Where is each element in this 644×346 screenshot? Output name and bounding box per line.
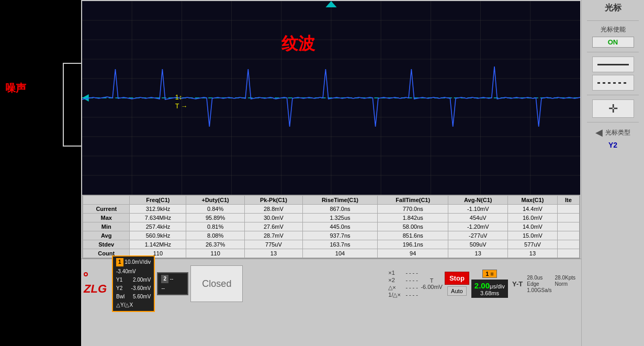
measurements-tbody: Current312.9kHz0.84%28.8mV867.0ns770.0ns… — [83, 205, 580, 258]
table-cell-8 — [557, 231, 579, 240]
ch1-indicator: 1 ≡ — [482, 270, 497, 278]
t-offset-box: T -6.00mV — [421, 277, 443, 290]
sidebar-divider-2 — [587, 52, 638, 52]
table-cell-1: 312.9kHz — [130, 205, 186, 214]
time-div-big: 2.00 — [474, 281, 490, 290]
measurements-table: Freq(C1) +Duty(C1) Pk-Pk(C1) RiseTime(C1… — [83, 195, 580, 258]
table-cell-3: 13 — [244, 249, 302, 258]
stop-button[interactable]: Stop — [445, 272, 469, 285]
table-row: Min257.4kHz0.81%27.6mV445.0ns58.00ns-1.2… — [83, 222, 580, 231]
logo-circle — [84, 272, 88, 276]
ch1-bwl-label: Bwl — [116, 293, 125, 301]
multiplier-box: ×1 ---- ×2 ---- △× ---- 1/△× ---- — [388, 270, 419, 298]
measurements-table-wrap: Freq(C1) +Duty(C1) Pk-Pk(C1) RiseTime(C1… — [82, 195, 580, 259]
table-cell-5: 94 — [378, 249, 448, 258]
yt-label: Y-T — [510, 280, 525, 288]
table-cell-2: 8.08% — [186, 231, 245, 240]
logo-text: ZLG — [84, 282, 107, 295]
table-cell-5: 196.1ns — [378, 240, 448, 249]
table-cell-1: 257.4kHz — [130, 222, 186, 231]
table-cell-3: 28.8mV — [244, 205, 302, 214]
table-cell-2: 0.81% — [186, 222, 245, 231]
table-cell-3: 27.6mV — [244, 222, 302, 231]
ch2-info-box: 2 -- -- — [157, 272, 188, 295]
table-cell-1: 1.142MHz — [130, 240, 186, 249]
table-cell-7: 14.0mV — [508, 222, 558, 231]
table-cell-0: Avg — [83, 231, 130, 240]
table-cell-4: 445.0ns — [302, 222, 377, 231]
stat-28us: 28.0us — [527, 275, 551, 281]
sidebar-divider-1 — [587, 20, 638, 21]
x1-val: ---- — [405, 270, 419, 276]
sidebar-divider-4 — [587, 122, 638, 122]
table-cell-2: 95.89% — [186, 214, 245, 222]
cursor-line-solid-icon — [597, 64, 629, 65]
scope-display: 1↕ T → 纹波 — [82, 1, 580, 195]
table-cell-5: 58.00ns — [378, 222, 448, 231]
bracket-lines — [63, 63, 81, 147]
ax-label: △× — [388, 284, 401, 291]
table-cell-0: Min — [83, 222, 130, 231]
table-row: Avg560.9kHz8.08%28.7mV937.7ns851.6ns-277… — [83, 231, 580, 240]
ch2-number: 2 — [161, 275, 168, 283]
table-cell-5: 1.842us — [378, 214, 448, 222]
cursor-enable-title: 光标使能 — [601, 25, 626, 34]
ch1-number: 1 — [116, 258, 123, 266]
col-header-max: Max(C1) — [508, 196, 558, 205]
table-header-row: Freq(C1) +Duty(C1) Pk-Pk(C1) RiseTime(C1… — [83, 196, 580, 205]
col-header-pkpk: Pk-Pk(C1) — [244, 196, 302, 205]
grid: 1↕ T → — [82, 1, 580, 195]
ch1-deltay-label: △Y/△X — [116, 301, 151, 309]
table-cell-4: 1.325us — [302, 214, 377, 222]
closed-box: Closed — [190, 265, 243, 302]
table-cell-8 — [557, 249, 579, 258]
table-row: Count11011013104941313 — [83, 249, 580, 258]
y2-label: Y2 — [608, 141, 617, 149]
svg-text:T →: T → — [175, 103, 188, 110]
table-cell-8 — [557, 214, 579, 222]
sidebar-divider-3 — [587, 95, 638, 95]
table-cell-8 — [557, 205, 579, 214]
table-cell-4: 163.7ns — [302, 240, 377, 249]
ch1-y2-val: -3.60mV — [131, 284, 151, 293]
x1-label: ×1 — [388, 270, 401, 276]
table-cell-8 — [557, 222, 579, 231]
t-offset: -6.00mV — [421, 284, 443, 290]
table-cell-8 — [557, 240, 579, 249]
time-div-box: 2.00μs/div 3.68ms — [471, 280, 508, 298]
col-header-avg: Avg-N(C1) — [448, 196, 508, 205]
table-row: Current312.9kHz0.84%28.8mV867.0ns770.0ns… — [83, 205, 580, 214]
stat-norm: Norm — [555, 281, 575, 287]
table-cell-2: 0.84% — [186, 205, 245, 214]
ch1-y1-label: Y1 — [116, 276, 122, 284]
right-sidebar: 光标 光标使能 ON ✛ ◀ 光标类型 Y2 — [581, 0, 644, 346]
x2-label: ×2 — [388, 277, 401, 283]
table-cell-6: -1.20mV — [448, 222, 508, 231]
table-cell-0: Stdev — [83, 240, 130, 249]
ch1-offset: -3.40mV — [116, 267, 151, 276]
auto-button[interactable]: Auto — [447, 286, 467, 296]
col-header-rise: RiseTime(C1) — [302, 196, 377, 205]
stat-28kpts: 28.0Kpts — [555, 275, 575, 281]
ch1-info-box: 1 10.0mV/div -3.40mV Y1 2.00mV Y2 -3.60m… — [112, 255, 155, 312]
cursor-solid-option[interactable] — [592, 57, 634, 72]
logo-box: ZLG — [84, 272, 110, 296]
table-cell-3: 28.7mV — [244, 231, 302, 240]
ch1-deltay-val: 5.60mV — [133, 293, 151, 301]
stats-box: 28.0us 28.0Kpts Edge Norm 1.00GSa/s — [527, 275, 579, 293]
cursor-cross-option[interactable]: ✛ — [592, 99, 634, 118]
table-cell-6: -277uV — [448, 231, 508, 240]
col-header-fall: FallTime(C1) — [378, 196, 448, 205]
table-cell-6: 509uV — [448, 240, 508, 249]
noise-label: 噪声 — [5, 81, 26, 95]
col-header-duty: +Duty(C1) — [186, 196, 245, 205]
cursor-left-arrow-icon: ◀ — [595, 127, 603, 138]
cursor-dashed-option[interactable] — [592, 75, 634, 91]
table-cell-6: 454uV — [448, 214, 508, 222]
table-cell-4: 104 — [302, 249, 377, 258]
col-header-name — [83, 196, 130, 205]
table-cell-7: 577uV — [508, 240, 558, 249]
on-indicator[interactable]: ON — [592, 37, 634, 48]
cursor-cross-icon: ✛ — [608, 102, 618, 116]
table-cell-4: 937.7ns — [302, 231, 377, 240]
